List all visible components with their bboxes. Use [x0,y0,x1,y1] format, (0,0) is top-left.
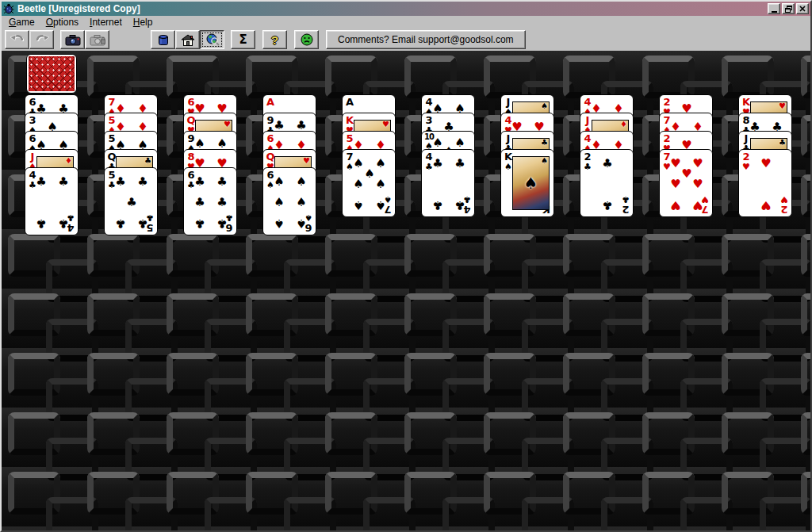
suit-pip: ♥ [760,199,771,211]
card-6-spades[interactable]: 6♠6♠♠♠♠♠♠♠ [262,167,316,235]
suit-pip: ♠ [432,137,442,149]
suit-pip: ♠ [353,178,363,190]
menu-item-game[interactable]: Game [3,16,40,29]
suit-pip: ♣ [36,176,46,188]
suit-pip: ♠ [296,176,306,188]
bucket-icon [157,33,170,46]
suit-pip: ♠ [296,197,306,209]
card-index: 2♣ [582,151,593,171]
card-7-hearts[interactable]: 7♥7♥♥♥♥♥♥♥♥ [659,149,713,217]
menu-item-internet[interactable]: Internet [84,16,128,29]
card-2-clubs[interactable]: 2♣2♣♣♣ [580,149,634,217]
suit-pip: ♠ [454,137,465,149]
suit-pip: ♣ [216,176,227,188]
snapshot-locked-button[interactable] [85,30,109,49]
restore-button[interactable] [782,3,795,14]
background-tile [801,234,810,277]
suit-pip: ♠ [296,217,306,229]
card-index-rotated: 2♥ [779,195,790,215]
suit-pip: ♣ [58,217,68,229]
suit-pip: ♣ [137,176,147,188]
minimize-icon [772,11,777,13]
suit-pip: ♠ [274,197,284,209]
suit-pip: ♠ [375,178,385,190]
sigma-icon: Σ [239,33,247,47]
menu-bar: GameOptionsInternetHelp [2,16,810,29]
card-6-clubs[interactable]: 6♣6♣♣♣♣♣♣♣ [183,167,237,235]
suit-pip: ♠ [375,158,385,170]
background-tile [801,472,810,515]
question-mark-icon: ? [271,33,278,47]
background-tile [801,115,810,158]
card-K-spades[interactable]: K♠K♠♠♠ [500,149,554,217]
minimize-button[interactable] [768,3,780,14]
suit-pip: ♠ [194,138,205,150]
suit-pip: ♣ [194,217,205,229]
statistics-button[interactable]: Σ [231,30,255,49]
card-4-clubs[interactable]: 4♣4♣♣♣♣♣ [25,167,79,235]
suit-pip: ♣ [602,158,612,170]
smiley-face-icon [301,33,313,46]
suit-pip: ♣ [126,197,136,209]
toolbar: Σ ? Comments? Email support@goodsol.com [2,29,810,51]
window-title: Beetle [Unregistered Copy] [14,3,766,14]
suit-pip: ♣ [216,197,227,209]
card-2-hearts[interactable]: 2♥2♥♥♥ [738,149,792,217]
background-tile [801,412,810,455]
camera-icon [65,34,81,46]
card-4-clubs[interactable]: 4♣4♣♣♣♣♣ [421,149,475,217]
suit-pip: ♥ [670,178,680,190]
card-index: A [265,97,276,107]
suit-pip: ♣ [115,176,125,188]
feedback-button[interactable] [294,30,319,49]
suit-pip: ♣ [432,158,442,170]
redo-button[interactable] [29,30,54,49]
undo-button[interactable] [5,30,29,49]
background-tile [801,55,810,98]
comments-button[interactable]: Comments? Email support@goodsol.com [326,30,526,49]
snapshot-button[interactable] [60,30,85,49]
suit-pip: ♠ [274,176,284,188]
suit-pip: ♠ [375,199,385,211]
suit-pip: ♣ [194,176,205,188]
web-search-button[interactable] [200,30,224,49]
toss-button[interactable] [151,30,175,49]
card-index-rotated: 2♣ [620,195,631,215]
suit-pip: ♥ [681,168,691,180]
suit-pip: ♣ [454,199,465,211]
close-icon [799,6,806,12]
title-bar: Beetle [Unregistered Copy] [2,2,810,16]
card-7-spades[interactable]: 7♠7♠♠♠♠♠♠♠♠ [342,149,396,217]
app-window: Beetle [Unregistered Copy] GameOptionsIn… [0,0,812,532]
menu-item-help[interactable]: Help [128,16,159,29]
home-button[interactable] [175,30,200,49]
suit-pip: ♣ [432,199,442,211]
suit-pip: ♠ [216,138,227,150]
redo-icon [34,34,50,45]
help-button[interactable]: ? [262,30,287,49]
background-tile [801,353,810,396]
suit-pip: ♣ [137,217,147,229]
card-back-pattern [29,56,75,91]
suit-pip: ♣ [58,176,68,188]
card-5-clubs[interactable]: 5♣5♣♣♣♣♣♣ [104,167,158,235]
beetle-icon [3,3,14,14]
suit-pip: ♥ [692,199,703,211]
face-art: ♠♠ [512,156,550,210]
suit-pip: ♠ [353,158,363,170]
menu-item-options[interactable]: Options [40,16,84,29]
background-tile [801,293,810,336]
suit-pip: ♠ [274,217,284,229]
suit-pip: ♣ [296,120,306,132]
suit-pip: ♥ [692,158,703,170]
suit-pip: ♥ [670,199,680,211]
suit-pip: ♣ [115,217,125,229]
suit-pip: ♠ [353,199,363,211]
suit-pip: ♥ [670,158,680,170]
stock-pile[interactable] [26,54,77,94]
home-icon [181,34,195,46]
suit-pip: ♣ [274,120,284,132]
close-button[interactable] [796,3,809,14]
globe-search-icon [205,33,220,46]
suit-pip: ♣ [602,199,612,211]
